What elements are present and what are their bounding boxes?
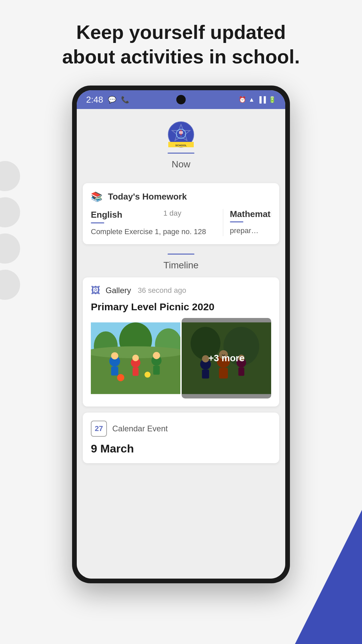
calendar-event-card[interactable]: 27 Calendar Event 9 March <box>83 413 279 463</box>
phone-frame: 2:48 💬 📞 ⏰ ▲ ▐▐ 🔋 <box>72 86 290 583</box>
timeline-divider <box>168 254 194 255</box>
phone-icon: 📞 <box>121 96 129 104</box>
gallery-header: 🖼 Gallery 36 second ago <box>83 277 279 301</box>
math-underline <box>230 221 243 222</box>
camera-notch <box>176 95 186 104</box>
now-label: Now <box>172 157 190 176</box>
gallery-type-label: Gallery <box>106 286 131 295</box>
signal-icon: ▐▐ <box>257 96 266 103</box>
app-content: SCHOOL Now 📚 Today's Homework <box>77 109 285 579</box>
english-underline <box>91 222 104 223</box>
subject-math[interactable]: Mathematic prepare for te <box>230 209 271 236</box>
status-bar-right: ⏰ ▲ ▐▐ 🔋 <box>239 96 276 103</box>
gallery-image-1[interactable] <box>91 318 180 398</box>
battery-icon: 🔋 <box>268 96 276 103</box>
svg-text:SCHOOL: SCHOOL <box>175 144 187 147</box>
clock-time: 2:48 <box>86 95 103 105</box>
subject-divider <box>223 209 223 236</box>
gallery-time-ago: 36 second ago <box>138 286 186 295</box>
status-bar-left: 2:48 💬 📞 <box>86 95 129 105</box>
calendar-type-label: Calendar Event <box>112 424 168 433</box>
image-more-overlay: +3 more <box>182 318 271 398</box>
content-wrapper: Keep yourself updated about activities i… <box>0 0 362 583</box>
calendar-icon: 27 <box>91 421 107 437</box>
svg-rect-20 <box>153 366 160 375</box>
subjects-row: English 1 day Complete Exercise 1, page … <box>91 209 271 236</box>
gallery-icon: 🖼 <box>91 285 100 296</box>
svg-point-18 <box>132 355 139 361</box>
homework-card[interactable]: 📚 Today's Homework English 1 day Complet… <box>83 183 279 244</box>
svg-point-22 <box>117 374 124 381</box>
svg-rect-17 <box>133 368 139 376</box>
status-bar: 2:48 💬 📞 ⏰ ▲ ▐▐ 🔋 <box>77 90 285 109</box>
svg-point-15 <box>111 352 118 359</box>
picnic-scene-1 <box>91 318 180 398</box>
svg-point-21 <box>153 352 160 359</box>
gallery-card[interactable]: 🖼 Gallery 36 second ago Primary Level Pi… <box>83 277 279 407</box>
phone-screen: 2:48 💬 📞 ⏰ ▲ ▐▐ 🔋 <box>77 90 285 579</box>
gallery-event-title: Primary Level Picnic 2020 <box>83 301 279 318</box>
math-subject-name: Mathematic <box>230 209 271 219</box>
english-due: 1 day <box>163 209 181 218</box>
messenger-icon: 💬 <box>108 96 116 104</box>
subject-english[interactable]: English 1 day Complete Exercise 1, page … <box>91 209 216 236</box>
svg-rect-14 <box>111 367 118 376</box>
school-logo-section: SCHOOL Now <box>77 109 285 183</box>
timeline-section: Timeline 🖼 Gallery 36 second ago Primary… <box>77 250 285 463</box>
alarm-icon: ⏰ <box>239 96 246 103</box>
timeline-label: Timeline <box>77 258 285 277</box>
school-logo-svg: SCHOOL <box>168 121 194 148</box>
wifi-icon: ▲ <box>249 96 255 103</box>
homework-card-header: 📚 Today's Homework <box>91 191 271 202</box>
gallery-image-2[interactable]: +3 more <box>182 318 271 398</box>
more-count-text: +3 more <box>208 353 244 364</box>
svg-point-23 <box>144 372 150 378</box>
homework-icon: 📚 <box>91 191 103 202</box>
front-camera <box>176 95 186 104</box>
page-headline: Keep yourself updated about activities i… <box>42 20 320 69</box>
math-task: prepare for te <box>230 226 261 235</box>
svg-marker-4 <box>179 131 183 134</box>
gallery-images-row: +3 more <box>83 318 279 407</box>
english-subject-name: English <box>91 210 122 220</box>
calendar-date: 9 March <box>91 442 271 455</box>
homework-title: Today's Homework <box>108 192 187 202</box>
now-divider <box>168 153 194 154</box>
calendar-header: 27 Calendar Event <box>91 421 271 437</box>
school-logo: SCHOOL <box>168 121 194 148</box>
english-task: Complete Exercise 1, page no. 128 <box>91 227 206 236</box>
